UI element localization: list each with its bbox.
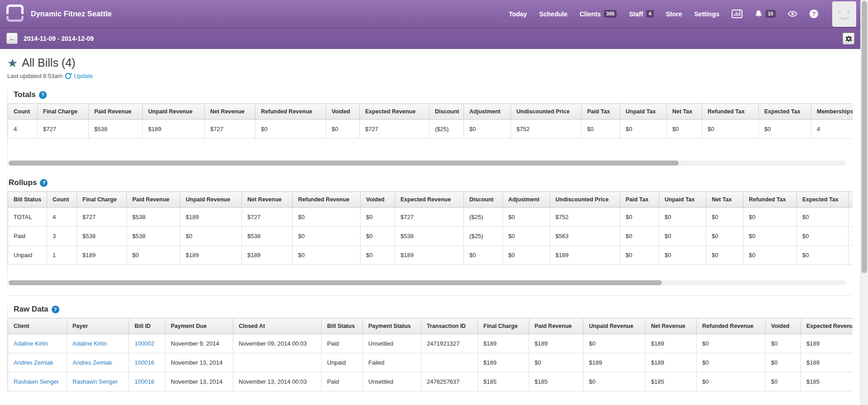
bill-id-link[interactable]: 100002 xyxy=(135,340,154,347)
totals-section: Totals ? CountFinal ChargePaid RevenueUn… xyxy=(7,90,852,168)
column-header: Net Revenue xyxy=(242,192,293,208)
refresh-icon xyxy=(65,73,72,79)
table-cell: $0 xyxy=(361,208,395,227)
column-header: Discount xyxy=(464,192,503,208)
raw-data-section: Raw Data ? ClientPayerBill IDPayment Due… xyxy=(7,305,852,391)
table-cell xyxy=(849,208,853,227)
table-cell: $185 xyxy=(529,372,583,391)
table-cell: $0 xyxy=(582,120,620,139)
table-cell: $189 xyxy=(180,246,242,265)
client-link[interactable]: Andres Zemlak xyxy=(14,359,53,366)
column-header: Undiscounted Price xyxy=(550,192,620,208)
nav-clients[interactable]: Clients 305 xyxy=(579,10,617,17)
table-cell: 100018 xyxy=(129,372,165,391)
report-settings-button[interactable] xyxy=(843,33,854,44)
nav-store[interactable]: Store xyxy=(666,10,682,18)
table-cell: $538 xyxy=(89,120,143,139)
rollups-horizontal-scrollbar xyxy=(9,280,846,285)
staff-count-badge: 4 xyxy=(646,10,654,17)
rollups-help-icon[interactable]: ? xyxy=(40,179,48,187)
column-header: Final Charge xyxy=(38,104,89,120)
column-header: Discount xyxy=(429,104,464,120)
table-cell: $0 xyxy=(659,208,706,227)
bill-id-link[interactable]: 100016 xyxy=(135,359,154,366)
table-cell: $0 xyxy=(293,246,361,265)
date-range[interactable]: 2014-11-09 - 2014-12-09 xyxy=(24,35,94,42)
scrollbar-thumb[interactable] xyxy=(9,280,662,285)
table-cell: 100016 xyxy=(129,353,165,372)
table-cell: $185 xyxy=(646,372,697,391)
table-cell: $0 xyxy=(529,353,583,372)
table-cell: 2471921327 xyxy=(421,334,478,353)
table-cell: Adaline Kirlin xyxy=(8,334,67,353)
table-cell: November 09, 2014 00:03 xyxy=(233,334,322,353)
header-row: ClientPayerBill IDPayment DueClosed AtBi… xyxy=(8,318,853,334)
table-cell: $0 xyxy=(583,334,646,353)
table-cell: $0 xyxy=(326,120,360,139)
table-cell: $189 xyxy=(478,353,529,372)
column-header: Count xyxy=(8,104,38,120)
table-cell: $727 xyxy=(38,120,89,139)
table-cell: Unpaid xyxy=(8,246,47,265)
client-link[interactable]: Adaline Kirlin xyxy=(14,340,48,347)
nav-schedule[interactable]: Schedule xyxy=(539,10,567,18)
table-cell: Andres Zemlak xyxy=(8,353,67,372)
page-title: All Bills (4) xyxy=(22,56,75,69)
help-button[interactable]: ? xyxy=(810,10,818,18)
column-header: Bill Status xyxy=(322,318,363,334)
table-cell: $0 xyxy=(620,246,659,265)
favorite-star-icon[interactable]: ★ xyxy=(7,57,18,69)
payer-link[interactable]: Adaline Kirlin xyxy=(72,340,107,347)
avatar-smile-icon xyxy=(838,14,850,20)
back-button[interactable]: ← xyxy=(6,33,18,44)
payer-link[interactable]: Andres Zemlak xyxy=(72,359,112,366)
table-cell: $189 xyxy=(801,334,853,353)
table-cell: $0 xyxy=(293,208,361,227)
user-avatar[interactable] xyxy=(832,1,856,27)
update-link[interactable]: Update xyxy=(74,73,93,79)
nav-today[interactable]: Today xyxy=(509,10,527,18)
totals-help-icon[interactable]: ? xyxy=(39,91,47,99)
column-header: Paid Revenue xyxy=(127,192,180,208)
table-cell: $538 xyxy=(242,227,293,246)
table-cell: $0 xyxy=(706,246,743,265)
bill-id-link[interactable]: 100018 xyxy=(135,378,154,385)
table-cell: $189 xyxy=(478,334,529,353)
table-cell: $0 xyxy=(256,120,326,139)
table-cell: $189 xyxy=(395,246,464,265)
table-cell: $0 xyxy=(697,372,766,391)
notifications-button[interactable]: 10 xyxy=(755,10,776,18)
reports-button[interactable] xyxy=(732,10,743,18)
column-header: Adjustment xyxy=(503,192,550,208)
logo-bottom-bracket xyxy=(6,16,24,22)
raw-data-help-icon[interactable]: ? xyxy=(52,306,59,313)
table-cell: $0 xyxy=(702,120,759,139)
table-cell: $727 xyxy=(205,120,256,139)
scrollbar-thumb[interactable] xyxy=(862,1,867,273)
client-link[interactable]: Rashawn Senger xyxy=(14,378,59,385)
table-cell: ($25) xyxy=(464,208,503,227)
table-cell: $0 xyxy=(464,120,511,139)
column-header: Refunded Revenue xyxy=(293,192,361,208)
business-name: Dynamic Fitnez Seattle xyxy=(31,10,112,18)
nav-staff[interactable]: Staff 4 xyxy=(629,10,653,17)
table-cell: $0 xyxy=(180,227,242,246)
table-cell: $189 xyxy=(583,353,646,372)
app-logo-icon[interactable] xyxy=(6,5,24,24)
payer-link[interactable]: Rashawn Senger xyxy=(72,378,118,385)
column-header: Paid Tax xyxy=(620,192,659,208)
column-header: Bill ID xyxy=(129,318,165,334)
brand: Dynamic Fitnez Seattle xyxy=(6,5,112,24)
bar-chart-icon xyxy=(732,10,743,18)
table-cell: $189 xyxy=(77,246,127,265)
table-cell: $0 xyxy=(797,208,849,227)
table-cell: $752 xyxy=(511,120,582,139)
table-cell: $185 xyxy=(801,372,853,391)
watch-button[interactable] xyxy=(788,11,797,17)
column-header: Voided xyxy=(326,104,360,120)
table-cell: $189 xyxy=(646,353,697,372)
scrollbar-thumb[interactable] xyxy=(9,161,679,166)
nav-settings[interactable]: Settings xyxy=(694,10,719,18)
table-cell xyxy=(849,227,853,246)
column-header: Final Charge xyxy=(478,318,529,334)
